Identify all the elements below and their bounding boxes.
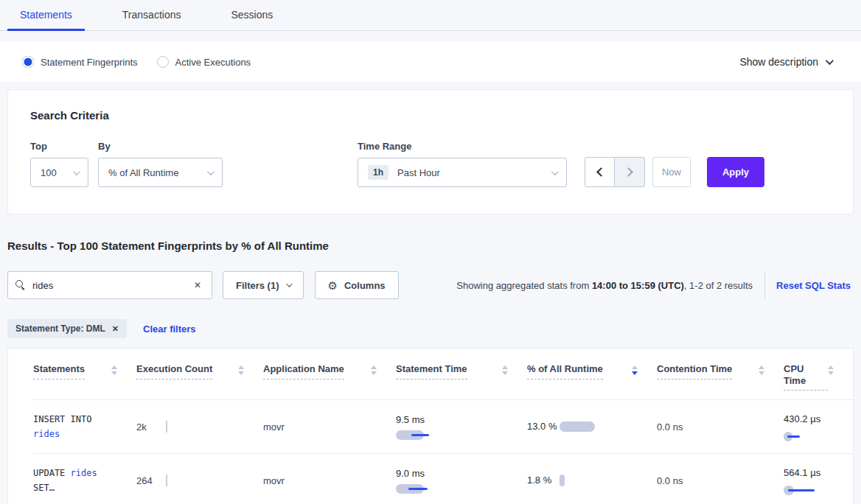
cell-cpu-time: 430.2 µs [784, 400, 853, 454]
execution-count-bar [166, 421, 167, 433]
filter-chip-label: Statement Type: DML [15, 323, 105, 334]
column-header-label: % of All Runtime [527, 363, 603, 379]
cell-cpu-time: 564.1 µs [784, 454, 853, 504]
radio-statement-fingerprints[interactable]: Statement Fingerprints [22, 56, 138, 68]
radio-selected-icon [22, 56, 34, 68]
now-button[interactable]: Now [652, 157, 691, 187]
execution-count-value: 264 [136, 475, 166, 486]
column-header-statement-time[interactable]: Statement Time [396, 349, 527, 400]
top-tab-bar: Statements Transactions Sessions [0, 0, 861, 31]
time-nav-group [585, 157, 645, 187]
cpu-time-value: 430.2 µs [784, 412, 829, 427]
statement-search-box[interactable]: ✕ [7, 271, 212, 299]
by-select[interactable]: % of All Runtime [98, 158, 223, 187]
tab-sessions[interactable]: Sessions [218, 0, 285, 31]
statement-link[interactable]: rides [33, 429, 60, 439]
apply-button[interactable]: Apply [707, 157, 764, 187]
next-time-button[interactable] [615, 157, 645, 187]
aggregated-stats-text: Showing aggregated stats from 14:00 to 1… [456, 280, 753, 291]
cell-application-name: movr [263, 454, 396, 504]
pct-all-runtime-value: 13.0 % [527, 419, 560, 435]
column-header-cpu-time[interactable]: CPU Time [784, 349, 853, 400]
cell-statement-time: 9.0 ms [396, 454, 527, 504]
filters-button[interactable]: Filters (1) [223, 271, 304, 299]
table-header-row: Statements Execution Count Application N… [33, 349, 853, 400]
clear-filters-link[interactable]: Clear filters [143, 323, 196, 335]
cell-execution-count: 264 [136, 454, 263, 504]
top-select-value: 100 [41, 167, 57, 178]
sort-icon [111, 365, 117, 375]
radio-active-executions[interactable]: Active Executions [157, 56, 251, 68]
column-header-label: CPU Time [784, 363, 828, 391]
top-label: Top [30, 141, 88, 152]
clear-search-icon[interactable]: ✕ [191, 279, 204, 292]
chevron-down-icon [73, 168, 80, 175]
reset-sql-stats-link[interactable]: Reset SQL Stats [776, 280, 851, 291]
chevron-right-icon [624, 167, 633, 177]
pct-all-runtime-bar [560, 421, 595, 432]
remove-filter-icon[interactable]: ✕ [112, 324, 119, 334]
chevron-down-icon [826, 57, 834, 65]
prev-time-button[interactable] [585, 157, 615, 187]
column-header-pct-all-runtime[interactable]: % of All Runtime [527, 349, 657, 400]
tab-statements[interactable]: Statements [7, 0, 85, 31]
statement-time-value: 9.0 ms [396, 468, 425, 479]
column-header-label: Contention Time [657, 363, 732, 379]
gear-icon: ⚙ [328, 280, 338, 291]
statement-time-bar [396, 430, 431, 440]
column-header-label: Execution Count [136, 363, 212, 379]
cpu-time-value: 564.1 µs [784, 466, 829, 480]
execution-count-bar [166, 475, 167, 486]
by-select-value: % of All Runtime [108, 167, 178, 178]
columns-button[interactable]: ⚙ Columns [315, 271, 399, 299]
filter-chip-statement-type[interactable]: Statement Type: DML ✕ [7, 319, 127, 338]
cell-statement-time: 9.5 ms [396, 400, 527, 454]
column-header-contention-time[interactable]: Contention Time [657, 349, 784, 400]
stats-time-window: 14:00 to 15:59 (UTC) [592, 280, 684, 291]
application-name-value: movr [263, 421, 285, 433]
sort-icon [828, 365, 834, 375]
statement-time-value: 9.5 ms [396, 414, 425, 425]
statement-link[interactable]: rides [71, 468, 97, 478]
results-toolbar: ✕ Filters (1) ⚙ Columns Showing aggregat… [7, 271, 854, 299]
vertical-divider [764, 271, 765, 299]
statement-time-bar [396, 484, 431, 494]
column-header-execution-count[interactable]: Execution Count [136, 349, 263, 400]
time-range-select[interactable]: 1h Past Hour [358, 158, 567, 187]
time-range-badge: 1h [368, 165, 388, 180]
time-range-value: Past Hour [397, 167, 440, 178]
top-field: Top 100 [30, 141, 88, 187]
contention-time-value: 0.0 ns [657, 421, 683, 433]
cpu-time-bar [784, 432, 806, 441]
radio-unselected-icon [157, 56, 169, 68]
table-row: INSERT INTOrides 2k movr 9.5 ms 13.0 % [33, 400, 853, 454]
statement-keyword: SET… [33, 480, 97, 495]
cell-pct-all-runtime: 1.8 % [527, 454, 657, 504]
chevron-down-icon [207, 168, 215, 175]
sort-icon [371, 365, 377, 375]
cell-contention-time: 0.0 ns [657, 400, 784, 454]
sort-desc-icon [632, 365, 638, 375]
column-header-label: Application Name [263, 363, 344, 379]
statement-keyword: UPDATE [33, 468, 65, 478]
top-select[interactable]: 100 [30, 158, 88, 187]
search-input[interactable] [32, 280, 191, 291]
cell-application-name: movr [263, 400, 396, 454]
cell-execution-count: 2k [136, 400, 263, 454]
pct-all-runtime-bar [560, 475, 565, 486]
radio-label: Statement Fingerprints [41, 57, 138, 68]
tab-transactions[interactable]: Transactions [110, 0, 194, 31]
column-header-label: Statements [33, 363, 85, 379]
stats-prefix: Showing aggregated stats from [456, 280, 592, 291]
search-criteria-form: Top 100 By % of All Runtime Time Range 1… [30, 141, 831, 187]
column-header-application-name[interactable]: Application Name [263, 349, 396, 400]
search-icon [15, 280, 26, 290]
show-description-toggle[interactable]: Show description [739, 56, 832, 68]
column-header-statements[interactable]: Statements [33, 349, 136, 400]
show-description-label: Show description [739, 56, 818, 68]
cpu-time-bar [784, 486, 818, 495]
pct-all-runtime-value: 1.8 % [527, 473, 560, 489]
search-criteria-title: Search Criteria [30, 109, 831, 122]
cell-pct-all-runtime: 13.0 % [527, 400, 657, 454]
chevron-down-icon [551, 168, 559, 175]
